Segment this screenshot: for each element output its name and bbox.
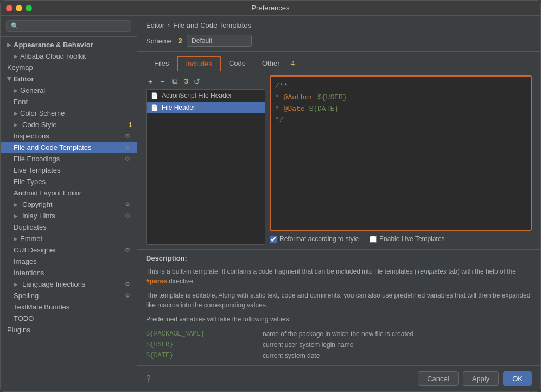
minimize-button[interactable] (16, 5, 22, 11)
tab-other[interactable]: Other (254, 56, 288, 71)
breadcrumb-separator: › (168, 21, 170, 29)
var-name-user: ${USER} (146, 339, 263, 350)
sidebar: ▶ Appearance & Behavior ▶ Alibaba Cloud … (1, 16, 137, 391)
sidebar-item-color-scheme[interactable]: ▶ Color Scheme (1, 108, 137, 119)
sidebar-item-textmate-bundles[interactable]: TextMate Bundles (1, 301, 137, 313)
arrow-icon: ▶ (14, 236, 18, 242)
template-file-icon: 📄 (151, 92, 158, 99)
sidebar-item-images[interactable]: Images (1, 256, 137, 267)
code-editor[interactable]: /** * @Author ${USER} * @Date ${DATE} */ (270, 75, 532, 231)
ok-button[interactable]: OK (503, 371, 532, 386)
sidebar-item-label: TextMate Bundles (14, 303, 69, 311)
sidebar-item-file-and-code-templates[interactable]: File and Code Templates ⚙ (1, 142, 137, 153)
arrow-icon: ▶ (14, 213, 18, 219)
scheme-badge: 2 (178, 36, 182, 45)
var-desc-package: name of the package in which the new fil… (263, 328, 532, 339)
desc-text-2: tab) with the help of the (447, 268, 516, 275)
reformat-checkbox[interactable] (270, 236, 277, 243)
sidebar-item-gui-designer[interactable]: GUI Designer ⚙ (1, 244, 137, 256)
sidebar-item-file-encodings[interactable]: File Encodings ⚙ (1, 153, 137, 165)
live-templates-label[interactable]: Enable Live Templates (379, 235, 445, 243)
variables-table: ${PACKAGE_NAME} name of the package in w… (146, 328, 532, 361)
sidebar-item-font[interactable]: Font (1, 96, 137, 108)
sidebar-item-label: Color Scheme (20, 109, 65, 117)
add-icon: + (148, 77, 152, 86)
sidebar-item-intentions[interactable]: Intentions (1, 267, 137, 279)
sidebar-item-label: Android Layout Editor (14, 189, 81, 197)
sidebar-items: ▶ Appearance & Behavior ▶ Alibaba Cloud … (1, 37, 137, 391)
tab-code[interactable]: Code (221, 56, 254, 71)
sidebar-item-language-injections[interactable]: ▶ Language Injections ⚙ (1, 279, 137, 290)
sidebar-item-label: File and Code Templates (14, 143, 92, 151)
sidebar-item-file-types[interactable]: File Types (1, 176, 137, 187)
remove-template-button[interactable]: − (158, 76, 167, 87)
help-icon[interactable]: ? (146, 374, 151, 384)
sidebar-item-alibaba-cloud-toolkit[interactable]: ▶ Alibaba Cloud Toolkit (1, 50, 137, 62)
gear-icon: ⚙ (125, 292, 130, 299)
sidebar-item-inlay-hints[interactable]: ▶ Inlay Hints ⚙ (1, 210, 137, 222)
sidebar-item-general[interactable]: ▶ General (1, 85, 137, 96)
traffic-lights (6, 5, 32, 11)
code-comment-prefix: * (275, 93, 284, 102)
copy-icon: ⧉ (172, 77, 177, 86)
option-reformat: Reformat according to style (270, 235, 359, 243)
sidebar-item-spelling[interactable]: Spelling ⚙ (1, 290, 137, 301)
reformat-label[interactable]: Reformat according to style (279, 235, 359, 243)
sidebar-item-label: Language Injections (22, 280, 85, 288)
tab-includes[interactable]: Includes (177, 56, 220, 71)
description-area: Description: This is a built-in template… (137, 249, 540, 365)
sidebar-item-todo[interactable]: TODO (1, 313, 137, 324)
breadcrumb-parent: Editor (146, 21, 164, 29)
apply-button[interactable]: Apply (463, 371, 499, 386)
gear-icon: ⚙ (125, 201, 130, 208)
remove-icon: − (160, 77, 164, 86)
search-input[interactable] (6, 20, 131, 32)
sidebar-item-inspections[interactable]: Inspections ⚙ (1, 130, 137, 142)
template-item-file-header[interactable]: 📄 File Header (147, 102, 265, 113)
sidebar-item-plugins[interactable]: Plugins (1, 324, 137, 336)
cancel-button[interactable]: Cancel (418, 371, 458, 386)
close-button[interactable] (6, 5, 12, 11)
scheme-select[interactable]: Default Project (187, 35, 252, 47)
sidebar-item-keymap[interactable]: Keymap (1, 62, 137, 73)
code-variable-date: ${DATE} (305, 105, 339, 113)
scheme-row: Scheme: 2 Default Project (146, 35, 532, 47)
sidebar-item-appearance-behavior[interactable]: ▶ Appearance & Behavior (1, 39, 137, 50)
code-line-4: */ (275, 115, 526, 126)
template-item-actionscript[interactable]: 📄 ActionScript File Header (147, 90, 265, 102)
sidebar-item-copyright[interactable]: ▶ Copyright ⚙ (1, 199, 137, 210)
gear-icon: ⚙ (125, 281, 130, 288)
add-template-button[interactable]: + (146, 76, 155, 87)
sidebar-item-label: Spelling (14, 292, 39, 300)
sidebar-item-live-templates[interactable]: Live Templates (1, 165, 137, 176)
reset-icon: ↺ (194, 77, 200, 86)
title-bar: Preferences (1, 1, 540, 16)
sidebar-item-editor[interactable]: ▶ Editor (1, 73, 137, 85)
live-templates-checkbox[interactable] (370, 236, 377, 243)
sidebar-item-label: Images (14, 257, 37, 265)
sidebar-search-container (1, 16, 137, 37)
code-area: /** * @Author ${USER} * @Date ${DATE} */ (270, 75, 532, 245)
arrow-icon: ▶ (7, 77, 12, 81)
table-row: ${DATE} current system date (146, 350, 532, 361)
sidebar-item-label: Intentions (14, 269, 44, 277)
maximize-button[interactable] (26, 5, 32, 11)
code-line-3: * @Date ${DATE} (275, 104, 526, 115)
arrow-icon: ▶ (14, 201, 18, 207)
tab-other-label: Other (262, 59, 280, 67)
tab-includes-label: Includes (186, 60, 212, 68)
tab-files[interactable]: Files (146, 56, 177, 71)
table-row: ${USER} current user system login name (146, 339, 532, 350)
options-row: Reformat according to style Enable Live … (270, 233, 532, 245)
sidebar-item-android-layout-editor[interactable]: Android Layout Editor (1, 187, 137, 199)
reset-template-button[interactable]: ↺ (192, 76, 202, 87)
tab-badge-number: 4 (291, 60, 295, 67)
sidebar-item-duplicates[interactable]: Duplicates (1, 222, 137, 233)
toolbar-badge-number: 3 (184, 77, 188, 85)
code-comment-end: */ (275, 116, 284, 124)
sidebar-item-emmet[interactable]: ▶ Emmet (1, 233, 137, 244)
desc-italic: Templates (417, 268, 447, 275)
sidebar-item-code-style[interactable]: ▶ Code Style 1 (1, 119, 137, 130)
sidebar-item-label: Inlay Hints (22, 212, 55, 220)
copy-template-button[interactable]: ⧉ (170, 75, 180, 87)
